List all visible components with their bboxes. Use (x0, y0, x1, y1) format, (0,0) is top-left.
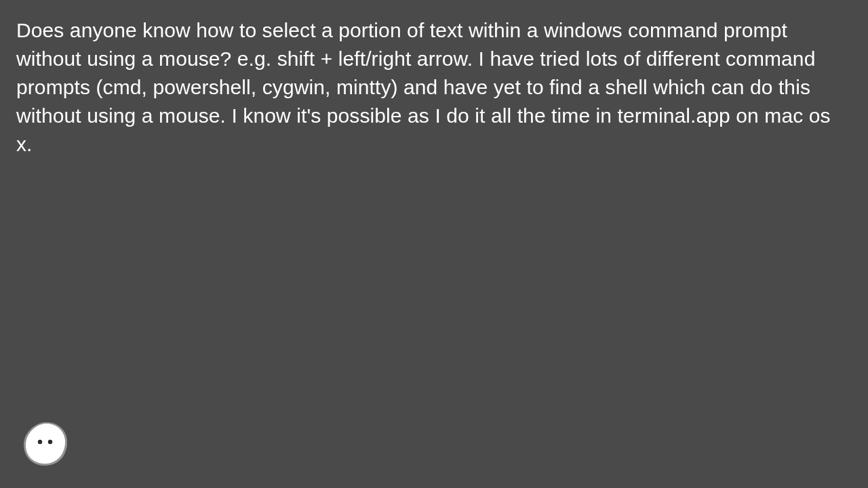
avatar-face-icon (22, 420, 69, 468)
avatar (22, 420, 69, 468)
post-content: Does anyone know how to select a portion… (0, 0, 868, 175)
svg-point-0 (38, 440, 42, 444)
post-body-text: Does anyone know how to select a portion… (16, 16, 852, 159)
svg-point-1 (48, 440, 52, 444)
